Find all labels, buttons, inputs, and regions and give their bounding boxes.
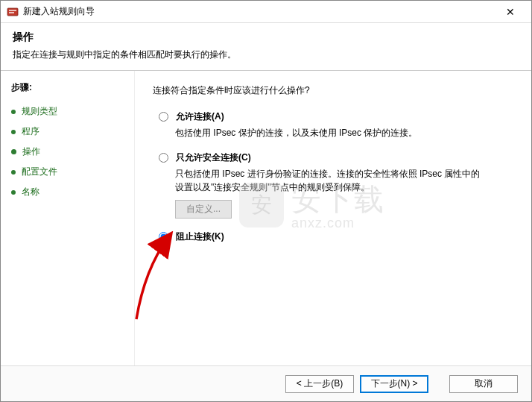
- step-label: 操作: [22, 145, 40, 158]
- page-subtitle: 指定在连接与规则中指定的条件相匹配时要执行的操作。: [13, 48, 519, 61]
- step-label: 名称: [22, 186, 39, 198]
- label-block[interactable]: 阻止连接(K): [176, 230, 224, 243]
- next-button[interactable]: 下一步(N) >: [360, 375, 428, 393]
- wizard-window: 新建入站规则向导 ✕ 操作 指定在连接与规则中指定的条件相匹配时要执行的操作。 …: [0, 0, 532, 402]
- bullet-icon: [11, 110, 16, 114]
- window-title: 新建入站规则向导: [23, 5, 495, 18]
- cancel-button[interactable]: 取消: [449, 375, 518, 393]
- step-program[interactable]: 程序: [11, 122, 127, 142]
- back-button[interactable]: < 上一步(B): [285, 375, 354, 393]
- wizard-body: 步骤: 规则类型 程序 操作 配置文件 名称: [1, 71, 531, 365]
- bullet-icon: [11, 130, 16, 134]
- annotation-arrow: [127, 231, 180, 321]
- option-allow-connection: 允许连接(A) 包括使用 IPsec 保护的连接，以及未使用 IPsec 保护的…: [159, 110, 513, 139]
- radio-allow[interactable]: [159, 112, 168, 122]
- bullet-icon: [11, 170, 16, 175]
- close-icon: ✕: [506, 6, 515, 18]
- titlebar: 新建入站规则向导 ✕: [1, 1, 531, 23]
- desc-secure: 只包括使用 IPsec 进行身份验证的连接。连接的安全性将依照 IPsec 属性…: [175, 167, 488, 194]
- svg-rect-2: [9, 12, 14, 13]
- option-secure-connection: 只允许安全连接(C) 只包括使用 IPsec 进行身份验证的连接。连接的安全性将…: [159, 151, 513, 219]
- steps-title: 步骤:: [11, 81, 127, 94]
- step-label: 规则类型: [22, 105, 57, 118]
- customize-button: 自定义...: [175, 200, 232, 219]
- wizard-main: 连接符合指定条件时应该进行什么操作? 允许连接(A) 包括使用 IPsec 保护…: [135, 71, 531, 365]
- steps-sidebar: 步骤: 规则类型 程序 操作 配置文件 名称: [1, 71, 135, 365]
- bullet-icon: [11, 149, 16, 154]
- action-prompt: 连接符合指定条件时应该进行什么操作?: [153, 84, 513, 97]
- radio-block[interactable]: [159, 232, 168, 242]
- label-secure[interactable]: 只允许安全连接(C): [176, 151, 251, 164]
- app-icon: [7, 6, 19, 18]
- wizard-header: 操作 指定在连接与规则中指定的条件相匹配时要执行的操作。: [1, 23, 531, 71]
- label-allow[interactable]: 允许连接(A): [176, 110, 224, 123]
- close-button[interactable]: ✕: [495, 1, 525, 22]
- wizard-footer: < 上一步(B) 下一步(N) > 取消: [1, 365, 531, 401]
- step-label: 配置文件: [22, 166, 57, 178]
- step-name[interactable]: 名称: [11, 182, 127, 202]
- action-options: 允许连接(A) 包括使用 IPsec 保护的连接，以及未使用 IPsec 保护的…: [159, 110, 513, 243]
- desc-allow: 包括使用 IPsec 保护的连接，以及未使用 IPsec 保护的连接。: [175, 126, 488, 139]
- page-title: 操作: [13, 31, 519, 44]
- svg-rect-1: [9, 10, 16, 11]
- step-label: 程序: [22, 125, 39, 138]
- step-profile[interactable]: 配置文件: [11, 162, 127, 182]
- step-action[interactable]: 操作: [11, 142, 127, 162]
- step-rule-type[interactable]: 规则类型: [11, 101, 127, 122]
- option-block-connection: 阻止连接(K): [159, 230, 513, 243]
- radio-secure[interactable]: [159, 153, 168, 163]
- bullet-icon: [11, 190, 16, 195]
